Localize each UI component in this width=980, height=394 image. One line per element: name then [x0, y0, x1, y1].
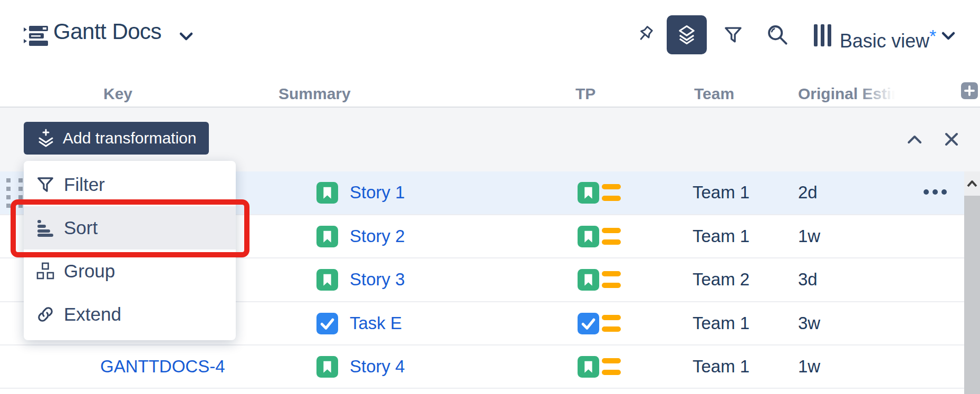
- team-cell: Team 1: [693, 302, 750, 344]
- pin-icon[interactable]: [633, 23, 656, 46]
- column-header-summary[interactable]: Summary: [278, 82, 351, 105]
- view-selector-label: Basic view: [840, 30, 929, 52]
- story-icon: [316, 182, 338, 206]
- tp-bars-icon[interactable]: [602, 271, 621, 289]
- team-cell: Team 1: [693, 171, 750, 214]
- tp-task-icon[interactable]: [578, 313, 599, 337]
- columns-icon[interactable]: [814, 24, 833, 49]
- add-transformation-button[interactable]: Add transformation: [24, 122, 209, 155]
- close-toolbar-x-icon[interactable]: [941, 129, 962, 150]
- menu-item-label: Sort: [64, 217, 98, 238]
- column-header-key[interactable]: Key: [103, 82, 132, 105]
- extend-link-icon: [35, 304, 55, 324]
- menu-item-sort[interactable]: Sort: [24, 206, 236, 249]
- menu-item-label: Filter: [64, 174, 105, 195]
- view-modified-indicator: *: [929, 26, 936, 46]
- menu-item-label: Extend: [64, 304, 121, 325]
- menu-item-extend[interactable]: Extend: [24, 293, 236, 336]
- tp-story-icon[interactable]: [578, 269, 599, 293]
- issue-summary-link[interactable]: Story 1: [350, 171, 405, 214]
- tp-bars-icon[interactable]: [602, 184, 621, 202]
- menu-item-label: Group: [64, 261, 115, 282]
- team-cell: Team 1: [693, 345, 750, 388]
- estimate-cell: 3d: [798, 258, 818, 301]
- tp-story-icon[interactable]: [578, 182, 599, 206]
- story-icon: [316, 356, 338, 380]
- team-cell: Team 1: [693, 215, 750, 257]
- sort-bars-icon: [35, 218, 55, 238]
- issue-summary-link[interactable]: Story 2: [350, 215, 405, 257]
- view-chevron-down-icon[interactable]: [941, 30, 956, 44]
- filter-icon[interactable]: [723, 24, 744, 45]
- estimate-cell: 1w: [798, 345, 820, 388]
- story-icon: [316, 226, 338, 249]
- collapse-toolbar-chevron-up-icon[interactable]: [904, 129, 925, 150]
- issue-summary-link[interactable]: Story 4: [350, 345, 405, 388]
- estimate-cell: 2d: [798, 171, 818, 214]
- column-header-tp[interactable]: TP: [575, 82, 595, 105]
- drag-handle-icon[interactable]: [6, 178, 23, 208]
- scrollbar-thumb[interactable]: [964, 196, 980, 394]
- add-transformation-icon: [36, 129, 55, 148]
- column-header-original-estimate[interactable]: Original Estim: [798, 82, 901, 105]
- issue-summary-link[interactable]: Story 3: [350, 258, 405, 301]
- issue-summary-link[interactable]: Task E: [350, 302, 402, 344]
- add-transformation-menu: Filter Sort: [24, 161, 236, 340]
- tp-bars-icon[interactable]: [602, 358, 621, 376]
- task-icon: [316, 313, 338, 337]
- vertical-scrollbar[interactable]: [964, 171, 980, 394]
- column-header-team[interactable]: Team: [694, 82, 734, 105]
- add-transformation-label: Add transformation: [63, 129, 196, 147]
- add-column-button[interactable]: [961, 82, 978, 99]
- structure-gantt-app: Gantt Docs: [0, 0, 980, 394]
- search-icon[interactable]: [765, 22, 790, 47]
- structure-logo-icon: [24, 25, 50, 49]
- title-chevron-down-icon[interactable]: [178, 30, 194, 45]
- estimate-cell: 3w: [798, 302, 820, 344]
- transformations-layers-button[interactable]: [667, 15, 707, 54]
- view-selector[interactable]: Basic view*: [840, 24, 936, 47]
- table-row-story-4[interactable]: GANTTDOCS-4 Story 4 Team 1 1w: [0, 345, 964, 389]
- tp-bars-icon[interactable]: [602, 228, 621, 246]
- story-icon: [316, 269, 338, 293]
- filter-funnel-icon: [35, 175, 55, 195]
- menu-item-filter[interactable]: Filter: [24, 163, 236, 206]
- tp-story-icon[interactable]: [578, 356, 599, 380]
- scroll-up-button[interactable]: [964, 171, 980, 196]
- tp-bars-icon[interactable]: [602, 315, 621, 333]
- tp-story-icon[interactable]: [578, 226, 599, 249]
- page-title[interactable]: Gantt Docs: [53, 19, 161, 44]
- team-cell: Team 2: [693, 258, 750, 301]
- issue-key-link[interactable]: GANTTDOCS-4: [100, 345, 225, 388]
- row-menu-ellipsis-icon[interactable]: [924, 189, 947, 195]
- menu-item-group[interactable]: Group: [24, 249, 236, 293]
- group-orgchart-icon: [35, 261, 55, 281]
- estimate-cell: 1w: [798, 215, 820, 257]
